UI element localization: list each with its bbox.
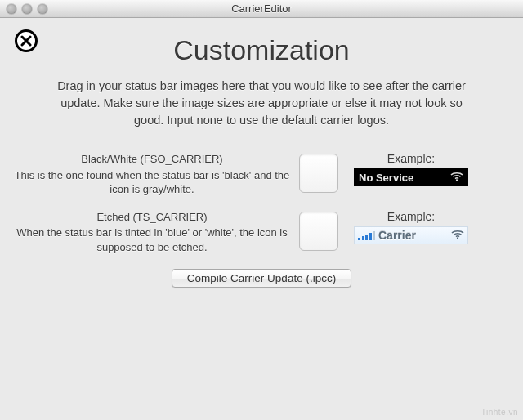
row-desc: This is the one found when the status ba…	[15, 169, 290, 196]
traffic-light-minimize[interactable]	[22, 4, 32, 14]
traffic-light-close[interactable]	[7, 4, 16, 14]
wifi-icon	[451, 229, 464, 242]
close-button[interactable]	[15, 29, 38, 52]
svg-point-3	[457, 237, 458, 239]
example-column: Example: No Service	[350, 152, 472, 186]
page-title: Customization	[0, 34, 523, 66]
carrier-row-etched: Etched (TS_CARRIER) When the status bar …	[0, 210, 523, 255]
compile-button[interactable]: Compile Carrier Update (.ipcc)	[172, 269, 351, 288]
signal-bars-icon	[358, 230, 375, 240]
example-column: Example: Carrier	[350, 210, 472, 244]
traffic-light-zoom[interactable]	[38, 4, 47, 14]
example-text: Carrier	[378, 229, 416, 242]
page-description: Drag in your status bar images here that…	[57, 78, 466, 129]
example-text: No Service	[359, 172, 413, 184]
dropzone-etched[interactable]	[299, 212, 338, 251]
row-text: Etched (TS_CARRIER) When the status bar …	[13, 210, 291, 255]
row-text: Black/White (FSO_CARRIER) This is the on…	[13, 152, 291, 197]
example-black-preview: No Service	[354, 168, 468, 186]
window-title: CarrierEditor	[0, 2, 523, 15]
row-desc: When the status bar is tinted in 'blue' …	[16, 226, 288, 253]
traffic-lights	[0, 4, 47, 14]
titlebar: CarrierEditor	[0, 0, 523, 18]
dropzone-black-white[interactable]	[299, 154, 338, 193]
close-icon	[20, 35, 32, 47]
svg-point-2	[456, 179, 458, 181]
example-label: Example:	[350, 210, 472, 223]
example-label: Example:	[350, 152, 472, 165]
row-label: Etched (TS_CARRIER)	[13, 210, 291, 225]
row-label: Black/White (FSO_CARRIER)	[13, 152, 291, 167]
watermark: Tinhte.vn	[481, 408, 518, 417]
example-etched-preview: Carrier	[354, 226, 468, 244]
window-body: Customization Drag in your status bar im…	[0, 18, 523, 420]
wifi-icon	[450, 172, 463, 184]
carrier-row-black-white: Black/White (FSO_CARRIER) This is the on…	[0, 152, 523, 197]
